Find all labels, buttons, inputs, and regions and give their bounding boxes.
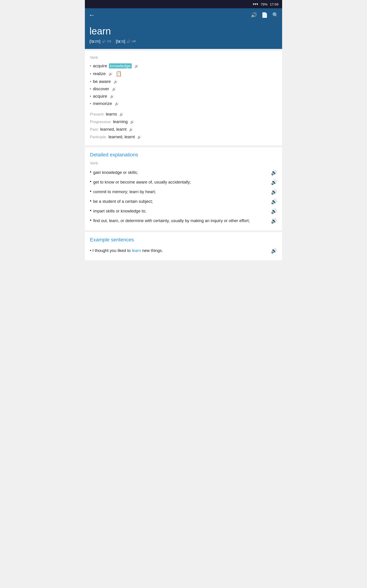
bullet: •: [90, 80, 91, 83]
region-us: US: [107, 40, 111, 43]
status-bar: ▾▾▾ 79% 17:09: [85, 0, 282, 8]
wifi-icon: ▾▾▾: [253, 2, 258, 6]
bullet: •: [90, 170, 91, 174]
form-value: learned, learnt: [108, 135, 135, 139]
sound-icon[interactable]: [129, 127, 133, 132]
list-item: • impart skills or knowledge to; 🔊: [90, 207, 277, 216]
form-value: learning: [113, 120, 127, 124]
sound-icon[interactable]: 🔊: [271, 248, 277, 254]
ipa-uk: [lɜːn]: [116, 39, 125, 44]
example-link-word[interactable]: learn: [132, 248, 141, 253]
list-item: • commit to memory; learn by heart; 🔊: [90, 187, 277, 197]
bullet: •: [90, 95, 91, 98]
list-item: • I thought you liked to learn new thing…: [90, 246, 277, 256]
example-after: new things.: [141, 248, 163, 253]
list-item: • discover: [90, 85, 277, 93]
time-display: 17:09: [270, 2, 278, 6]
form-progressive: Progressive: learning: [90, 118, 277, 126]
part-of-speech-label: Verb: [90, 55, 277, 60]
bullet: •: [90, 248, 92, 253]
def-word-highlight[interactable]: knowledge: [109, 63, 132, 69]
sound-icon[interactable]: 🔊: [271, 208, 277, 214]
form-label: Present:: [90, 112, 104, 117]
detail-text: find out, learn, or determine with certa…: [93, 218, 250, 224]
bullet: •: [90, 218, 91, 223]
sound-us-icon[interactable]: [102, 39, 106, 43]
example-before: I thought you liked to: [92, 248, 132, 253]
battery-text: 79%: [261, 2, 267, 6]
sound-icon[interactable]: 🔊: [271, 189, 277, 195]
file-icon[interactable]: 📄: [261, 12, 268, 18]
detailed-card: Detailed explanations Verb • gain knowle…: [85, 147, 282, 230]
list-item: • memorize: [90, 100, 277, 107]
sound-icon[interactable]: 🔊: [271, 170, 277, 176]
sound-icon[interactable]: 🔊: [271, 179, 277, 185]
list-item: • be a student of a certain subject; 🔊: [90, 197, 277, 207]
bullet: •: [90, 102, 91, 105]
sound-icon[interactable]: [108, 71, 113, 76]
detail-text: impart skills or knowledge to;: [93, 208, 146, 214]
form-label: Progressive:: [90, 120, 111, 124]
synonyms-card: Verb • acquire knowledge • realize 📋 • b…: [85, 51, 282, 145]
detail-text: be a student of a certain subject;: [93, 199, 153, 204]
list-item: • be aware: [90, 78, 277, 85]
bullet: •: [90, 87, 91, 91]
examples-card: Example sentences • I thought you liked …: [85, 232, 282, 260]
sound-icon[interactable]: [134, 64, 139, 69]
nav-bar: ← 🔊 📄 🔍: [85, 8, 282, 22]
pronunciation-uk: [lɜːn] UK: [116, 39, 136, 44]
detailed-pos: Verb: [90, 161, 277, 166]
example-text: • I thought you liked to learn new thing…: [90, 248, 269, 254]
sound-icon[interactable]: [115, 101, 119, 106]
sound-icon[interactable]: [110, 94, 114, 99]
list-item: • find out, learn, or determine with cer…: [90, 216, 277, 226]
detail-text: gain knowledge or skills;: [93, 170, 138, 175]
form-past: Past: learned, learnt: [90, 126, 277, 133]
bullet: •: [90, 72, 91, 76]
list-item: • realize 📋: [90, 69, 277, 78]
pronunciation-us: [lɜːrn] US: [90, 39, 111, 44]
sound-icon[interactable]: [130, 120, 134, 124]
form-participle: Participle: learned, learnt: [90, 133, 277, 141]
bullet: •: [90, 208, 91, 213]
bullet: •: [90, 189, 91, 194]
back-button[interactable]: ←: [89, 12, 95, 18]
sound-icon[interactable]: [112, 86, 116, 91]
form-present: Present: learns: [90, 111, 277, 118]
list-item: • acquire: [90, 93, 277, 100]
pronunciation-row: [lɜːrn] US [lɜːn] UK: [90, 39, 277, 44]
sound-icon[interactable]: [137, 135, 142, 139]
detailed-title: Detailed explanations: [90, 152, 277, 158]
list-item: • acquire knowledge: [90, 62, 277, 69]
sound-icon[interactable]: [119, 112, 124, 117]
list-item: • get to know or become aware of, usuall…: [90, 178, 277, 187]
detail-text: get to know or become aware of, usually …: [93, 179, 191, 185]
clipboard-icon[interactable]: 📋: [116, 71, 122, 77]
def-word: realize: [93, 71, 106, 76]
search-icon[interactable]: 🔍: [272, 12, 278, 18]
form-value: learns: [106, 112, 117, 117]
sound-icon[interactable]: 🔊: [271, 218, 277, 224]
detail-text: commit to memory; learn by heart;: [93, 189, 156, 195]
nav-icons: 🔊 📄 🔍: [251, 12, 278, 18]
form-label: Participle:: [90, 135, 107, 139]
region-uk: UK: [132, 40, 136, 43]
word-header: learn ♡ [lɜːrn] US [lɜːn] UK: [85, 22, 282, 49]
form-label: Past:: [90, 127, 99, 132]
def-word: discover: [93, 86, 109, 91]
bullet: •: [90, 64, 91, 68]
sound-icon[interactable]: [114, 79, 118, 84]
sound-icon[interactable]: 🔊: [271, 199, 277, 205]
bullet: •: [90, 179, 91, 184]
def-word: be aware: [93, 79, 111, 84]
favorite-icon[interactable]: ♡: [267, 51, 273, 59]
word-title: learn: [90, 26, 277, 37]
form-value: learned, learnt: [100, 127, 127, 132]
volume-icon[interactable]: 🔊: [251, 12, 257, 18]
def-word: acquire: [93, 63, 107, 69]
list-item: • gain knowledge or skills; 🔊: [90, 168, 277, 178]
ipa-us: [lɜːrn]: [90, 39, 100, 44]
bullet: •: [90, 199, 91, 204]
sound-uk-icon[interactable]: [127, 39, 131, 43]
def-word: memorize: [93, 101, 112, 106]
